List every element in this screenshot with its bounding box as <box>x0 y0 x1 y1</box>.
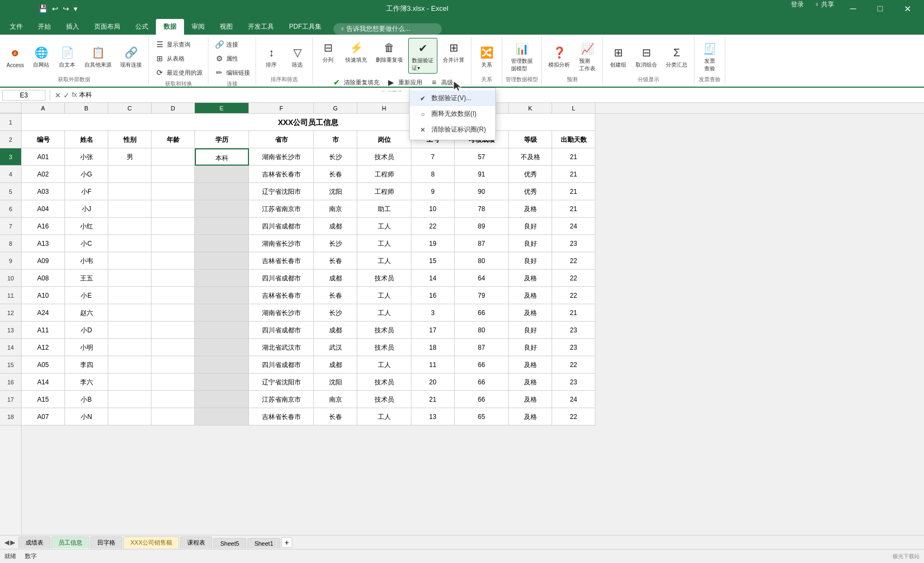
cell-r11-c3[interactable] <box>152 287 195 304</box>
cell-r17-c7[interactable]: 技术员 <box>357 391 411 408</box>
ribbon-tab-视图[interactable]: 视图 <box>212 19 240 35</box>
cell-r5-c9[interactable]: 90 <box>455 183 509 200</box>
cell-r7-c6[interactable]: 成都 <box>314 218 357 235</box>
cell-r18-c5[interactable]: 吉林省长春市 <box>249 408 314 425</box>
share-btn[interactable]: ♀ 共享 <box>810 0 838 17</box>
what-if-btn[interactable]: ❓ 模拟分析 <box>545 43 573 70</box>
cell-r16-c7[interactable]: 技术员 <box>357 374 411 391</box>
cell-r7-c4[interactable] <box>195 218 249 235</box>
cell-r17-c8[interactable]: 21 <box>411 391 455 408</box>
cell-r12-c1[interactable]: 赵六 <box>65 304 108 322</box>
header-年龄[interactable]: 年龄 <box>152 131 195 148</box>
cell-r3-c10[interactable]: 不及格 <box>509 148 552 166</box>
advanced-btn[interactable]: ≡ 高级 <box>427 76 455 89</box>
col-header-D[interactable]: D <box>152 103 195 113</box>
cell-r9-c5[interactable]: 吉林省长春市 <box>249 252 314 270</box>
cell-r14-c6[interactable]: 武汉 <box>314 339 357 356</box>
ribbon-tab-插入[interactable]: 插入 <box>58 19 87 35</box>
cell-r16-c6[interactable]: 沈阳 <box>314 374 357 391</box>
invoice-btn[interactable]: 🧾 发票查验 <box>698 39 722 74</box>
cell-r6-c11[interactable]: 21 <box>552 200 595 218</box>
search-box[interactable]: ♀ 告诉我您想要做什么... <box>333 23 442 35</box>
cell-r3-c11[interactable]: 21 <box>552 148 595 166</box>
cell-r7-c8[interactable]: 22 <box>411 218 455 235</box>
cell-r10-c9[interactable]: 64 <box>455 270 509 287</box>
row-num-15[interactable]: 15 <box>0 356 21 374</box>
cell-r5-c3[interactable] <box>152 183 195 200</box>
cell-r10-c6[interactable]: 成都 <box>314 270 357 287</box>
header-出勤天数[interactable]: 出勤天数 <box>552 131 595 148</box>
cell-r17-c2[interactable] <box>108 391 152 408</box>
cell-r13-c7[interactable]: 技术员 <box>357 322 411 339</box>
cancel-formula-icon[interactable]: ✕ <box>55 91 61 100</box>
maximize-btn[interactable]: □ <box>868 0 893 17</box>
row-num-18[interactable]: 18 <box>0 408 21 425</box>
cell-r5-c8[interactable]: 9 <box>411 183 455 200</box>
name-box[interactable] <box>2 90 45 101</box>
cell-r12-c6[interactable]: 长沙 <box>314 304 357 322</box>
row-num-2[interactable]: 2 <box>0 131 21 148</box>
row-num-1[interactable]: 1 <box>0 114 21 131</box>
cell-r13-c4[interactable] <box>195 322 249 339</box>
cell-r4-c11[interactable]: 21 <box>552 166 595 183</box>
cell-r3-c8[interactable]: 7 <box>411 148 455 166</box>
cell-r7-c3[interactable] <box>152 218 195 235</box>
existing-conn-btn[interactable]: 🔗 现有连接 <box>117 43 145 70</box>
cell-r16-c0[interactable]: A14 <box>22 374 65 391</box>
cell-r7-c5[interactable]: 四川省成都市 <box>249 218 314 235</box>
cell-r8-c7[interactable]: 工人 <box>357 235 411 252</box>
col-header-K[interactable]: K <box>509 103 552 113</box>
cell-r17-c3[interactable] <box>152 391 195 408</box>
cell-r13-c0[interactable]: A11 <box>22 322 65 339</box>
ribbon-tab-文件[interactable]: 文件 <box>2 19 30 35</box>
cell-r18-c1[interactable]: 小N <box>65 408 108 425</box>
ribbon-tab-开发工具[interactable]: 开发工具 <box>240 19 281 35</box>
cell-r14-c7[interactable]: 技术员 <box>357 339 411 356</box>
confirm-formula-icon[interactable]: ✓ <box>63 91 70 100</box>
cell-r7-c9[interactable]: 89 <box>455 218 509 235</box>
cell-r9-c7[interactable]: 工人 <box>357 252 411 270</box>
cell-r12-c10[interactable]: 及格 <box>509 304 552 322</box>
ribbon-tab-页面布局[interactable]: 页面布局 <box>87 19 128 35</box>
cell-r10-c5[interactable]: 四川省成都市 <box>249 270 314 287</box>
cell-r4-c2[interactable] <box>108 166 152 183</box>
connect-btn[interactable]: 🔗 连接 <box>212 38 240 51</box>
cell-r11-c1[interactable]: 小E <box>65 287 108 304</box>
sheet-tab-Sheet5[interactable]: Sheet5 <box>213 538 246 548</box>
subtotal-btn[interactable]: Σ 分类汇总 <box>663 43 691 70</box>
cell-r6-c2[interactable] <box>108 200 152 218</box>
del-dup-btn[interactable]: 🗑 删除重复项 <box>372 38 406 74</box>
cell-r8-c10[interactable]: 良好 <box>509 235 552 252</box>
row-num-4[interactable]: 4 <box>0 166 21 183</box>
cell-r15-c11[interactable]: 22 <box>552 356 595 374</box>
dropdown-item-1[interactable]: ○圈释无效数据(I) <box>410 106 495 122</box>
sheet-tab-田字格[interactable]: 田字格 <box>90 536 122 548</box>
insert-function-icon[interactable]: fx <box>72 91 77 100</box>
cell-r5-c7[interactable]: 工程师 <box>357 183 411 200</box>
cell-r16-c8[interactable]: 20 <box>411 374 455 391</box>
cell-r15-c5[interactable]: 四川省成都市 <box>249 356 314 374</box>
cell-r14-c8[interactable]: 18 <box>411 339 455 356</box>
col-header-E[interactable]: E <box>195 103 249 113</box>
cell-r6-c8[interactable]: 10 <box>411 200 455 218</box>
cell-r14-c9[interactable]: 87 <box>455 339 509 356</box>
cell-r5-c6[interactable]: 沈阳 <box>314 183 357 200</box>
cell-r7-c7[interactable]: 工人 <box>357 218 411 235</box>
cell-r18-c4[interactable] <box>195 408 249 425</box>
col-header-C[interactable]: C <box>108 103 152 113</box>
cell-r10-c11[interactable]: 22 <box>552 270 595 287</box>
row-num-8[interactable]: 8 <box>0 235 21 252</box>
cell-r8-c9[interactable]: 87 <box>455 235 509 252</box>
col-header-L[interactable]: L <box>552 103 595 113</box>
cell-r10-c1[interactable]: 王五 <box>65 270 108 287</box>
cell-r6-c4[interactable] <box>195 200 249 218</box>
cell-r12-c0[interactable]: A24 <box>22 304 65 322</box>
cell-r7-c11[interactable]: 24 <box>552 218 595 235</box>
header-性别[interactable]: 性别 <box>108 131 152 148</box>
login-btn[interactable]: 登录 <box>787 0 808 17</box>
ribbon-tab-PDF工具集[interactable]: PDF工具集 <box>281 19 329 35</box>
text-btn[interactable]: 📄 自文本 <box>55 43 79 70</box>
cell-r13-c6[interactable]: 成都 <box>314 322 357 339</box>
cell-r13-c1[interactable]: 小D <box>65 322 108 339</box>
close-btn[interactable]: ✕ <box>895 0 920 17</box>
